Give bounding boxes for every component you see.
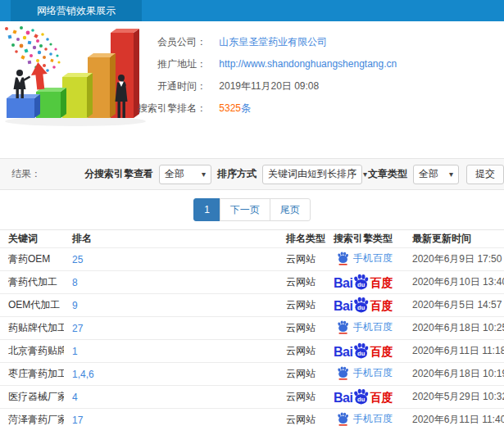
baidu-paw-icon: du [352,388,370,406]
rank-type-cell: 云网站 [278,294,327,317]
engine-cell: 手机百度 [327,363,406,386]
svg-text:du: du [358,281,366,288]
rank-cell: 1,4,6 [64,363,278,386]
sort-filter-value: 关键词由短到长排序 [268,167,356,181]
col-engine-type: 搜索引擎类型 [327,230,406,248]
baidu-paw-icon [337,320,349,334]
promo-url-label: 推广地址： [131,53,207,75]
engine-cell: 手机百度 [327,409,406,426]
updated-cell: 2020年5月29日 10:32 [406,386,504,409]
page-title: 网络营销效果展示 [37,5,116,16]
baidu-logo: Bai du 百度 [334,297,393,314]
engine-filter-label: 分搜索引擎查看 [84,167,153,181]
keyword-cell: 医疗器械厂家 [0,386,64,409]
rank-type-cell: 云网站 [278,409,327,426]
bar-yellow [62,73,93,118]
sort-filter-select[interactable]: 关键词由短到长排序 ▾ [262,165,362,184]
chevron-down-icon: ▾ [195,170,206,179]
table-row: 膏药代加工 8 云网站 Bai du 百度 2020年6月10 [0,271,504,294]
keyword-cell: 菏泽膏药厂家 [0,409,64,426]
keyword-cell: OEM代加工 [0,294,64,317]
article-type-select[interactable]: 全部 ▾ [413,165,459,184]
rank-link[interactable]: 1 [72,346,78,357]
info-row-rank-count: 搜索引擎排名： 5325条 [131,97,397,120]
col-keyword: 关键词 [0,230,64,248]
rank-cell: 1 [64,340,278,363]
businessman-left [14,70,31,98]
baidu-paw-icon [337,412,349,426]
mobile-baidu-badge: 手机百度 [337,252,393,265]
submit-button[interactable]: 提交 [466,165,504,184]
promo-url-link[interactable]: http://www.shandonghuangshengtang.cn [219,58,397,70]
baidu-logo: Bai du 百度 [334,274,393,291]
pagination: 1 下一页 尾页 [193,198,311,221]
engine-cell: Bai du 百度 [327,271,406,294]
growth-chart-illustration [0,26,152,156]
baidu-logo: Bai du 百度 [334,388,393,406]
col-rank-type: 排名类型 [278,230,327,248]
keyword-ranking-table: 关键词 排名 排名类型 搜索引擎类型 最新更新时间 膏药OEM 25 云网站 [0,229,504,426]
last-page-button[interactable]: 尾页 [270,198,311,221]
rank-cell: 4 [64,386,278,409]
updated-cell: 2020年6月11日 11:40 [406,409,504,426]
pagination-area: 1 下一页 尾页 [0,190,504,229]
rank-cell: 8 [64,271,278,294]
keyword-cell: 膏药代加工 [0,271,64,294]
keyword-cell: 北京膏药贴牌 [0,340,64,363]
updated-cell: 2020年6月18日 10:19 [406,363,504,386]
rank-count-value: 5325 [219,102,241,114]
engine-filter-select[interactable]: 全部 ▾ [159,165,211,184]
baidu-paw-icon: du [352,274,370,291]
engine-cell: Bai du 百度 [327,340,406,363]
table-row: 北京膏药贴牌 1 云网站 Bai du 百度 2020年6月1 [0,340,504,363]
rank-cell: 25 [64,248,278,271]
rank-link[interactable]: 25 [72,254,83,265]
rank-link[interactable]: 4 [72,392,78,403]
rank-link[interactable]: 9 [72,300,78,311]
keyword-cell: 膏药OEM [0,248,64,271]
info-row-open-time: 开通时间： 2019年11月20日 09:08 [131,75,397,97]
table-row: 医疗器械厂家 4 云网站 Bai du 百度 2020年5月2 [0,386,504,409]
mobile-baidu-badge: 手机百度 [337,366,393,380]
col-updated: 最新更新时间 [406,230,504,248]
baidu-paw-icon [337,252,349,265]
rank-link[interactable]: 27 [72,323,83,334]
table-row: OEM代加工 9 云网站 Bai du 百度 2020年6月5 [0,294,504,317]
rank-link[interactable]: 1,4,6 [72,369,94,380]
engine-cell: 手机百度 [327,317,406,340]
rank-count-unit[interactable]: 条 [241,102,251,114]
rank-link[interactable]: 17 [72,415,83,426]
sort-filter-label: 排序方式 [217,167,257,181]
rank-cell: 27 [64,317,278,340]
rank-type-cell: 云网站 [278,317,327,340]
up-arrow-icon [30,61,48,90]
confetti-dots [5,26,61,72]
engine-name: 手机百度 [353,320,393,334]
result-label: 结果： [11,167,41,181]
rank-type-cell: 云网站 [278,386,327,409]
rank-type-cell: 云网站 [278,271,327,294]
svg-text:du: du [358,304,366,311]
keyword-cell: 药贴牌代加工 [0,317,64,340]
baidu-paw-icon: du [352,342,370,360]
next-page-button[interactable]: 下一页 [220,198,270,221]
member-info-section: 会员公司： 山东皇圣堂药业有限公司 推广地址： http://www.shand… [0,21,504,158]
keyword-cell: 枣庄膏药加工 [0,363,64,386]
page-title-tab[interactable]: 网络营销效果展示 [11,0,142,21]
baidu-paw-icon: du [352,297,370,314]
title-bar: 网络营销效果展示 [0,0,504,21]
updated-cell: 2020年6月18日 10:25 [406,317,504,340]
mobile-baidu-badge: 手机百度 [337,412,393,426]
rank-link[interactable]: 8 [72,277,78,288]
baidu-logo: Bai du 百度 [334,342,393,360]
table-row: 枣庄膏药加工 1,4,6 云网站 手机百度 2020年6月18日 10:19 [0,363,504,386]
rank-count-label: 搜索引擎排名： [131,97,207,120]
engine-cell: 手机百度 [327,248,406,271]
engine-name: 手机百度 [353,366,393,380]
updated-cell: 2020年6月10日 13:40 [406,271,504,294]
page-1-button[interactable]: 1 [193,198,220,221]
info-row-company: 会员公司： 山东皇圣堂药业有限公司 [131,31,397,53]
engine-cell: Bai du 百度 [327,294,406,317]
table-row: 菏泽膏药厂家 17 云网站 手机百度 2020年6月11日 11:40 [0,409,504,426]
company-link[interactable]: 山东皇圣堂药业有限公司 [219,36,327,48]
